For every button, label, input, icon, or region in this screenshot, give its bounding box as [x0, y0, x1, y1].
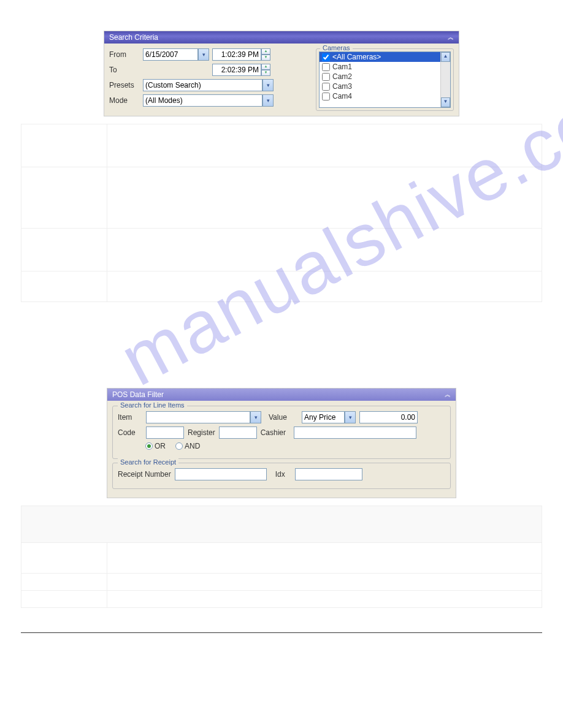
idx-input[interactable] — [295, 468, 362, 480]
camera-label: Cam2 — [332, 72, 352, 81]
mode-input[interactable] — [143, 94, 262, 107]
search-criteria-panel: Search Criteria ︽ From ▲ ▼ To — [104, 31, 459, 116]
pos-data-filter-panel: POS Data Filter ︽ Search for Line Items … — [107, 388, 456, 498]
scroll-down-icon[interactable]: ▼ — [441, 97, 450, 107]
description-table-1 — [21, 124, 542, 302]
value-type-input[interactable] — [302, 411, 345, 423]
and-radio[interactable]: AND — [175, 442, 200, 450]
value-select[interactable] — [302, 411, 356, 423]
search-receipt-group: Search for Receipt Receipt Number Idx — [112, 463, 451, 489]
scroll-up-icon[interactable]: ▲ — [441, 52, 450, 62]
table-cell — [107, 167, 542, 229]
table-header-cell — [21, 506, 542, 543]
camera-item-all[interactable]: <All Cameras> — [320, 52, 450, 62]
chevron-up-icon[interactable]: ︽ — [445, 390, 451, 399]
mode-label: Mode — [109, 96, 143, 105]
to-time-spinner[interactable]: ▲ ▼ — [261, 64, 270, 76]
or-radio[interactable]: OR — [145, 442, 166, 450]
receipt-number-label: Receipt Number — [118, 470, 171, 479]
camera-label: Cam4 — [332, 92, 352, 100]
camera-checkbox[interactable] — [322, 53, 330, 61]
spinner-up-icon[interactable]: ▲ — [261, 64, 270, 70]
camera-item[interactable]: Cam4 — [320, 91, 450, 101]
spinner-down-icon[interactable]: ▼ — [261, 70, 270, 76]
value-amount-input[interactable] — [359, 411, 418, 423]
to-time-input[interactable] — [212, 64, 261, 76]
chevron-up-icon[interactable]: ︽ — [448, 33, 454, 42]
table-cell — [107, 574, 542, 591]
camera-item[interactable]: Cam1 — [320, 62, 450, 72]
camera-label: Cam3 — [332, 82, 352, 91]
table-cell — [21, 271, 107, 302]
presets-input[interactable] — [143, 79, 262, 91]
cashier-label: Cashier — [261, 428, 290, 437]
cameras-legend: Cameras — [320, 44, 353, 51]
item-input[interactable] — [146, 411, 250, 423]
chevron-down-icon[interactable] — [262, 94, 274, 107]
radio-label: AND — [185, 442, 200, 450]
chevron-down-icon[interactable] — [250, 411, 261, 423]
pos-filter-header[interactable]: POS Data Filter ︽ — [107, 389, 456, 401]
chevron-down-icon[interactable] — [345, 411, 356, 423]
radio-label: OR — [155, 442, 166, 450]
camera-checkbox[interactable] — [322, 63, 330, 71]
scrollbar[interactable]: ▲ ▼ — [440, 52, 450, 107]
spinner-down-icon[interactable]: ▼ — [261, 55, 270, 61]
table-cell — [21, 574, 107, 591]
table-cell — [21, 543, 107, 574]
group-legend: Search for Receipt — [118, 458, 178, 466]
camera-checkbox[interactable] — [322, 73, 330, 81]
camera-label: <All Cameras> — [332, 53, 381, 61]
table-cell — [107, 543, 542, 574]
from-time-spinner[interactable]: ▲ ▼ — [261, 48, 270, 61]
from-time-input[interactable] — [212, 48, 261, 61]
presets-select[interactable] — [143, 79, 274, 91]
item-select[interactable] — [146, 411, 261, 423]
camera-checkbox[interactable] — [322, 83, 330, 91]
panel-title: POS Data Filter — [112, 390, 164, 399]
cameras-listbox[interactable]: <All Cameras> Cam1 Cam2 Cam3 Cam4 — [319, 51, 451, 108]
code-input[interactable] — [146, 427, 184, 439]
search-line-items-group: Search for Line Items Item Value Code Re… — [112, 406, 451, 459]
table-cell — [107, 271, 542, 302]
group-legend: Search for Line Items — [118, 401, 187, 409]
camera-item[interactable]: Cam2 — [320, 72, 450, 82]
value-label: Value — [269, 413, 298, 422]
camera-checkbox[interactable] — [322, 93, 330, 100]
mode-select[interactable] — [143, 94, 274, 107]
table-cell — [107, 229, 542, 271]
radio-icon — [175, 442, 183, 450]
idx-label: Idx — [275, 470, 285, 479]
table-cell — [21, 591, 107, 608]
cashier-input[interactable] — [294, 427, 416, 439]
from-date-input[interactable] — [143, 48, 198, 61]
search-criteria-header[interactable]: Search Criteria ︽ — [104, 31, 459, 44]
camera-item[interactable]: Cam3 — [320, 82, 450, 91]
table-cell — [107, 591, 542, 608]
to-label: To — [109, 66, 143, 74]
table-cell — [21, 124, 107, 167]
chevron-down-icon[interactable] — [262, 79, 274, 91]
table-cell — [21, 167, 107, 229]
radio-icon — [145, 442, 153, 450]
table-cell — [107, 124, 542, 167]
camera-label: Cam1 — [332, 63, 352, 71]
item-label: Item — [118, 413, 142, 422]
from-label: From — [109, 50, 143, 59]
chevron-down-icon[interactable] — [198, 48, 209, 61]
receipt-number-input[interactable] — [175, 468, 267, 480]
table-cell — [21, 229, 107, 271]
code-label: Code — [118, 428, 142, 437]
description-table-2 — [21, 506, 542, 608]
presets-label: Presets — [109, 81, 143, 89]
register-input[interactable] — [219, 427, 257, 439]
register-label: Register — [188, 428, 215, 437]
cameras-group: Cameras <All Cameras> Cam1 Cam2 Cam3 — [316, 48, 454, 111]
panel-title: Search Criteria — [109, 33, 158, 42]
from-date-picker[interactable] — [143, 48, 209, 61]
spinner-up-icon[interactable]: ▲ — [261, 48, 270, 55]
